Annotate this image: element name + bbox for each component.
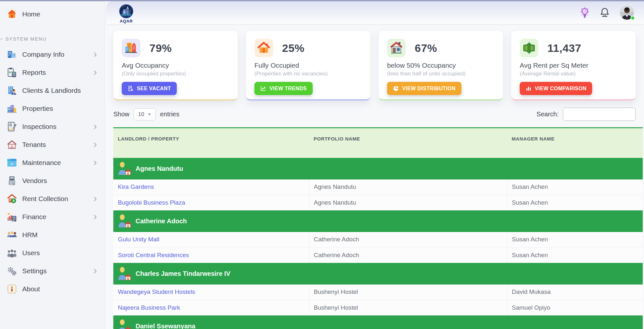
sidebar-item-rent-collection[interactable]: $Rent Collection	[0, 190, 105, 208]
settings-icon	[6, 266, 17, 276]
sidebar-item-finance[interactable]: Finance	[0, 208, 105, 226]
stat-sublabel: (less than half of units occupied)	[387, 71, 495, 77]
view-trends-button[interactable]: VIEW TRENDS	[254, 82, 313, 95]
landlord-group-row[interactable]: Daniel Ssewanyana	[113, 315, 643, 329]
manager-name-cell: Susan Achen	[507, 179, 643, 195]
manager-name-cell: David Mukasa	[507, 285, 643, 300]
theme-lightbulb-icon[interactable]	[580, 7, 590, 18]
sidebar-item-hrm[interactable]: HRM	[0, 226, 105, 244]
view-comparison-button[interactable]: VIEW COMPARISON	[520, 82, 592, 95]
company-info-icon	[6, 49, 17, 60]
property-link[interactable]: Bugolobi Business Plaza	[118, 199, 185, 206]
chevron-right-icon	[92, 160, 98, 166]
sidebar-item-label: Finance	[22, 213, 46, 221]
search-input[interactable]	[563, 108, 636, 121]
stat-card-fully-occupied: 25%Fully Occupied(Properties with no vac…	[246, 31, 370, 101]
landlord-group-row[interactable]: Agnes Nandutu	[113, 158, 643, 179]
portfolio-name-cell: Catherine Adoch	[309, 247, 507, 263]
entries-label: entries	[160, 111, 179, 118]
property-row: Soroti Central ResidencesCatherine Adoch…	[113, 247, 643, 263]
property-link[interactable]: Najeera Business Park	[118, 304, 180, 311]
section-dash	[0, 39, 3, 39]
sidebar-item-company-info[interactable]: Company Info	[0, 45, 105, 63]
sidebar-item-clients-landlords[interactable]: Clients & Landlords	[0, 82, 105, 100]
vendors-icon	[6, 175, 17, 186]
sidebar-item-label: Reports	[22, 69, 46, 76]
landlord-name: Charles James Tindarwesire IV	[136, 270, 230, 277]
sidebar-item-properties[interactable]: Properties	[0, 100, 105, 118]
property-link[interactable]: Soroti Central Residences	[118, 252, 189, 258]
column-header-manager-name[interactable]: MANAGER NAME	[507, 128, 643, 158]
manager-name-cell: Samuel Opiyo	[507, 300, 643, 315]
sidebar-item-label: Clients & Landlords	[22, 87, 81, 94]
app-logo[interactable]: AQAR	[119, 4, 134, 24]
search-label: Search:	[536, 111, 559, 118]
stat-label: Avg Rent per Sq Meter	[520, 62, 627, 69]
hrm-icon	[6, 229, 17, 240]
person-house-icon	[117, 266, 133, 281]
house-chimney-icon	[387, 39, 406, 57]
sidebar-item-maintenance[interactable]: Maintenance	[0, 154, 105, 172]
property-row: Najeera Business ParkBushenyi HostelSamu…	[113, 300, 643, 315]
sidebar-item-settings[interactable]: Settings	[0, 262, 105, 280]
search-area: Search:	[536, 108, 636, 121]
stat-sublabel: (Properties with no vacancies)	[254, 71, 362, 77]
buildings-icon	[122, 39, 140, 57]
stat-card-below-50-occupancy: 67%below 50% Occupancy(less than half of…	[379, 31, 503, 101]
sidebar-item-about[interactable]: About	[0, 280, 105, 298]
see-vacant-button[interactable]: SEE VACANT	[122, 82, 177, 95]
building-x-icon	[128, 85, 134, 92]
sidebar-item-label: Home	[22, 10, 40, 18]
stat-label: Avg Occupancy	[122, 62, 229, 69]
landlord-group-row[interactable]: Charles James Tindarwesire IV	[113, 263, 643, 285]
stat-label: below 50% Occupancy	[387, 62, 495, 69]
window-top-strip	[0, 0, 644, 1]
user-avatar[interactable]	[620, 5, 634, 20]
stat-value: 11,437	[547, 42, 581, 54]
notifications-bell-icon[interactable]	[600, 7, 610, 18]
inspections-icon	[6, 121, 17, 132]
sidebar-item-label: Rent Collection	[22, 195, 68, 203]
landlord-table-wrap: LANDLORD / PROPERTY PORTFOLIO NAME MANAG…	[113, 127, 643, 329]
chevron-right-icon	[92, 52, 98, 58]
sidebar-item-reports[interactable]: Reports	[0, 63, 105, 82]
sidebar-menu: Company InfoReportsClients & LandlordsPr…	[0, 45, 105, 298]
property-row: Wandegeya Student HostelsBushenyi Hostel…	[113, 285, 643, 300]
stat-label: Fully Occupied	[254, 62, 362, 69]
property-link[interactable]: Wandegeya Student Hostels	[118, 288, 195, 295]
landlord-group-row[interactable]: Catherine Adoch	[113, 210, 643, 232]
column-header-landlord-property[interactable]: LANDLORD / PROPERTY	[113, 128, 309, 158]
property-link[interactable]: Gulu Unity Mall	[118, 236, 159, 243]
landlord-name: Agnes Nandutu	[136, 165, 183, 172]
sidebar-item-inspections[interactable]: Inspections	[0, 118, 105, 136]
property-link[interactable]: Kira Gardens	[118, 183, 154, 190]
house-orange-icon	[254, 39, 273, 57]
properties-icon	[6, 103, 17, 114]
manager-name-cell: Susan Achen	[507, 232, 643, 247]
stat-sublabel: (Only occupied properties)	[122, 71, 229, 77]
sidebar-item-home[interactable]: Home	[0, 6, 105, 23]
column-header-portfolio-name[interactable]: PORTFOLIO NAME	[309, 128, 507, 158]
sidebar-item-vendors[interactable]: Vendors	[0, 172, 105, 190]
sidebar-item-label: Company Info	[22, 51, 64, 58]
view-distribution-button[interactable]: VIEW DISTRIBUTION	[387, 82, 461, 95]
logo-text: AQAR	[120, 19, 133, 24]
landlord-name: Catherine Adoch	[136, 218, 187, 225]
about-icon	[6, 284, 17, 295]
landlord-name: Daniel Ssewanyana	[136, 323, 195, 329]
chevron-right-icon	[92, 268, 98, 274]
trend-line-icon	[260, 85, 266, 92]
sidebar-item-users[interactable]: Users	[0, 244, 105, 262]
page-size-select[interactable]: 10	[134, 108, 156, 121]
chevron-right-icon	[92, 214, 98, 220]
portfolio-name-cell: Catherine Adoch	[309, 232, 507, 247]
pie-chart-icon	[393, 85, 399, 92]
main-content: AQAR 79%Avg Occupancy(Only occupied prop…	[105, 0, 644, 329]
landlord-table: LANDLORD / PROPERTY PORTFOLIO NAME MANAG…	[113, 127, 643, 329]
manager-name-cell: Susan Achen	[507, 195, 643, 210]
clients-landlords-icon	[6, 85, 17, 96]
portfolio-name-cell: Agnes Nandutu	[309, 195, 507, 210]
property-row: Kira GardensAgnes NandutuSusan Achen	[113, 179, 643, 195]
chevron-right-icon	[92, 142, 98, 148]
sidebar-item-tenants[interactable]: Tenants	[0, 136, 105, 154]
